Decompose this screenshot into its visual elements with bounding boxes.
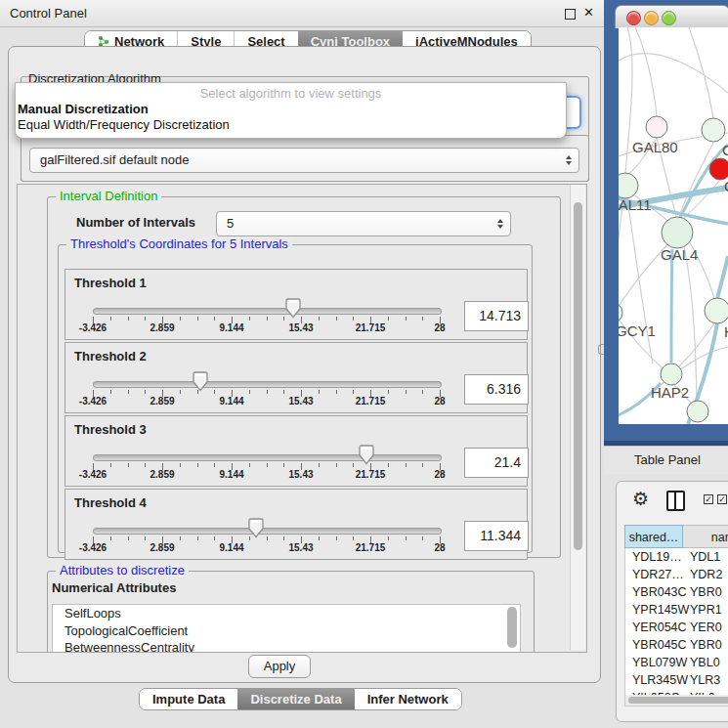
table-cell: YDL1 bbox=[683, 548, 728, 566]
network-edge[interactable] bbox=[619, 54, 728, 93]
float-window-icon[interactable] bbox=[565, 9, 576, 20]
network-window-titlebar bbox=[615, 5, 728, 28]
tick-label: -3.426 bbox=[79, 396, 107, 407]
table-row[interactable]: YPR145WYPR1 bbox=[625, 601, 728, 619]
table-data-value: galFiltered.sif default node bbox=[40, 152, 189, 167]
tick-label: 2.859 bbox=[150, 396, 174, 407]
combo-spinner-icon bbox=[497, 219, 503, 229]
network-node-GCY1[interactable] bbox=[619, 302, 622, 323]
tick-label: 21.715 bbox=[356, 542, 386, 553]
scrollbar-thumb[interactable] bbox=[628, 697, 728, 704]
cyni-bottom-tabs: Impute DataDiscretize DataInfer Network bbox=[139, 688, 462, 710]
network-node-H[interactable] bbox=[705, 298, 728, 323]
network-edge[interactable] bbox=[684, 246, 697, 401]
combo-spinner-icon bbox=[566, 155, 572, 165]
threshold-label: Threshold 1 bbox=[74, 276, 147, 290]
popup-item-2[interactable]: Equal Width/Frequency Discretization bbox=[16, 117, 566, 133]
threshold-1-panel: Threshold 1-3.4262.8599.14415.4321.71528… bbox=[64, 269, 528, 340]
slider-thumb[interactable] bbox=[285, 298, 301, 319]
attribute-item[interactable]: TopologicalCoefficient bbox=[53, 622, 520, 640]
threshold-value-field[interactable]: 14.713 bbox=[464, 301, 529, 331]
tick-label: -3.426 bbox=[79, 322, 107, 333]
table-cell: YDR27… bbox=[625, 566, 683, 583]
network-node-GAL11[interactable] bbox=[619, 173, 638, 198]
number-of-intervals-label: Number of Intervals bbox=[76, 215, 195, 230]
attribute-item[interactable]: SelfLoops bbox=[53, 605, 520, 622]
node-table[interactable]: shared…name YDL19…YDL1YDR27…YDR2YBR043CY… bbox=[624, 525, 728, 698]
apply-button[interactable]: Apply bbox=[248, 655, 311, 678]
slider-ticks bbox=[93, 390, 440, 398]
tab-label: Infer Network bbox=[367, 692, 449, 707]
network-edge[interactable] bbox=[671, 249, 672, 363]
zoom-traffic-light-icon[interactable] bbox=[662, 11, 676, 25]
numerical-attributes-label: Numerical Attributes bbox=[52, 580, 176, 595]
network-node-GAL4[interactable] bbox=[662, 217, 693, 248]
table-row[interactable]: YDL19…YDL1 bbox=[625, 548, 728, 566]
popup-item-1[interactable]: Manual Discretization bbox=[16, 102, 566, 117]
bottom-tab-infer-network[interactable]: Infer Network bbox=[355, 689, 461, 709]
columns-icon[interactable] bbox=[666, 491, 685, 511]
slider-track[interactable] bbox=[93, 528, 442, 535]
network-view-canvas[interactable]: GAL80GACGAL11GAL4GCY1HHAP2 bbox=[619, 27, 728, 424]
panel-title: Control Panel bbox=[10, 6, 87, 21]
unselect-all-checkbox-icon[interactable]: ✓ bbox=[717, 494, 727, 504]
threshold-value-field[interactable]: 11.344 bbox=[464, 521, 529, 551]
table-row[interactable]: YDR27…YDR2 bbox=[625, 566, 728, 583]
threshold-2-panel: Threshold 2-3.4262.8599.14415.4321.71528… bbox=[64, 342, 528, 413]
threshold-3-panel: Threshold 3-3.4262.8599.14415.4321.71528… bbox=[64, 415, 528, 487]
number-of-intervals-combobox[interactable]: 5 bbox=[216, 211, 511, 236]
threshold-value-field[interactable]: 6.316 bbox=[464, 374, 529, 405]
list-scrollbar[interactable] bbox=[507, 607, 517, 648]
cyni-toolbox-panel: Discretization Algorithm Table Data galF… bbox=[8, 46, 601, 683]
close-icon[interactable]: ✕ bbox=[583, 5, 594, 20]
scrollbar-thumb[interactable] bbox=[574, 202, 582, 550]
table-row[interactable]: YER054CYER0 bbox=[625, 619, 728, 636]
table-cell: YER054C bbox=[625, 619, 683, 636]
select-all-checkbox-icon[interactable]: ✓ bbox=[704, 494, 713, 504]
attribute-item[interactable]: BetweennessCentrality bbox=[53, 639, 520, 653]
bottom-tab-discretize-data[interactable]: Discretize Data bbox=[237, 689, 354, 709]
slider-track[interactable] bbox=[93, 381, 442, 388]
thresholds-group: Threshold's Coordinates for 5 Intervals … bbox=[58, 244, 533, 553]
vertical-scrollbar[interactable] bbox=[570, 185, 585, 650]
node-label: GAL80 bbox=[632, 139, 678, 155]
table-cell: YDR2 bbox=[683, 566, 728, 583]
popup-hint: Select algorithm to view settings bbox=[16, 85, 566, 102]
network-edge[interactable] bbox=[717, 256, 728, 299]
network-node-GA[interactable] bbox=[702, 118, 725, 142]
minimize-traffic-light-icon[interactable] bbox=[644, 11, 659, 25]
gear-icon[interactable]: ⚙ bbox=[632, 488, 649, 510]
numerical-attributes-list[interactable]: SelfLoopsTopologicalCoefficientBetweenne… bbox=[52, 604, 521, 653]
network-edge[interactable] bbox=[679, 145, 728, 220]
table-row[interactable]: YLR345WYLR3 bbox=[625, 671, 728, 689]
slider-thumb[interactable] bbox=[193, 371, 208, 392]
slider-track[interactable] bbox=[93, 454, 442, 461]
network-node-HAP2[interactable] bbox=[661, 364, 682, 385]
table-row[interactable]: YBR043CYBR0 bbox=[625, 583, 728, 601]
network-edge[interactable] bbox=[619, 198, 623, 302]
table-row[interactable]: YBR045CYBR0 bbox=[625, 636, 728, 654]
slider-thumb[interactable] bbox=[248, 518, 264, 538]
table-row[interactable]: YBL079WYBL0 bbox=[625, 654, 728, 671]
attributes-group: Attributes to discretize Numerical Attri… bbox=[47, 571, 535, 653]
tick-label: 28 bbox=[434, 469, 445, 480]
horizontal-scrollbar[interactable] bbox=[624, 695, 728, 707]
network-node-node[interactable] bbox=[687, 401, 708, 422]
node-label: GCY1 bbox=[619, 322, 656, 339]
close-traffic-light-icon[interactable] bbox=[626, 11, 641, 25]
network-edge[interactable] bbox=[635, 27, 657, 116]
network-node-GAL80[interactable] bbox=[646, 116, 667, 138]
network-node-C-red[interactable] bbox=[709, 158, 728, 180]
column-header-name[interactable]: name bbox=[683, 525, 728, 548]
bottom-tab-impute-data[interactable]: Impute Data bbox=[140, 689, 237, 709]
control-panel-titlebar: Control Panel bbox=[0, 0, 604, 27]
node-label: HAP2 bbox=[651, 384, 689, 401]
slider-thumb[interactable] bbox=[359, 445, 374, 465]
tick-label: 21.715 bbox=[356, 396, 386, 407]
column-header-shared-name[interactable]: shared… bbox=[624, 525, 683, 548]
table-data-combobox[interactable]: galFiltered.sif default node bbox=[29, 148, 579, 173]
threshold-value-field[interactable]: 21.4 bbox=[464, 448, 529, 478]
slider-track[interactable] bbox=[93, 308, 442, 315]
attributes-title: Attributes to discretize bbox=[56, 563, 189, 578]
tick-label: 15.43 bbox=[288, 322, 313, 333]
